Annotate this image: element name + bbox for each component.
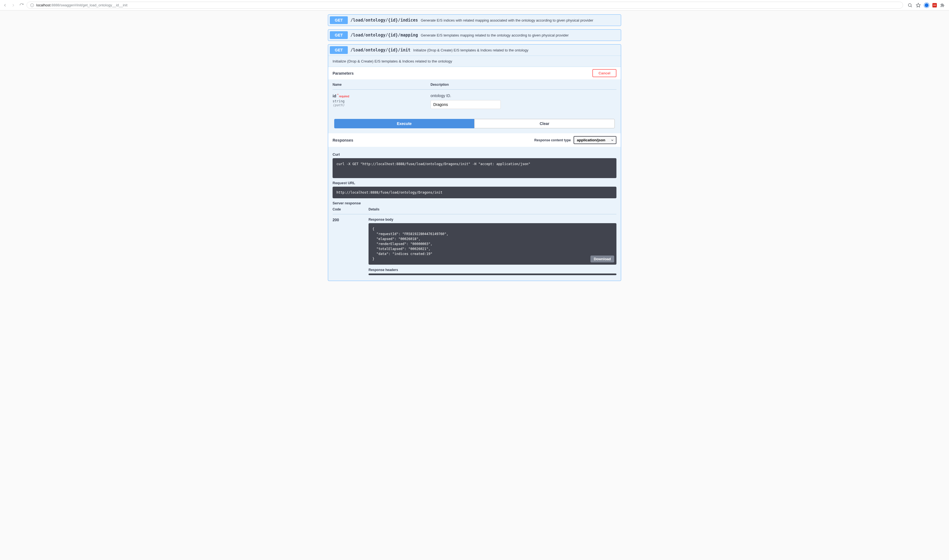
extension-icon-2[interactable]: ••• xyxy=(932,3,937,8)
method-badge: GET xyxy=(330,46,348,54)
endpoint-summary: Generate E/S indices with related mappin… xyxy=(421,18,593,22)
curl-block[interactable]: curl -X GET "http://localhost:8888/fuse/… xyxy=(333,158,616,178)
endpoint-path: /load/ontology/{id}/init xyxy=(351,48,411,52)
execute-button[interactable]: Execute xyxy=(334,119,474,128)
param-in: (path) xyxy=(333,103,430,107)
endpoint-summary: Generate E/S templates mapping related t… xyxy=(421,33,569,37)
star-icon[interactable] xyxy=(916,3,921,8)
svg-line-4 xyxy=(911,6,912,7)
response-code: 200 xyxy=(333,218,368,275)
cancel-button[interactable]: Cancel xyxy=(592,69,616,77)
response-headers-block xyxy=(368,274,616,275)
request-url-label: Request URL xyxy=(333,181,616,185)
parameters-title: Parameters xyxy=(333,71,354,75)
request-url-block[interactable]: http://localhost:8888/fuse/load/ontology… xyxy=(333,187,616,198)
endpoint-init: GET /load/ontology/{id}/init Initialize … xyxy=(328,44,621,281)
download-button[interactable]: Download xyxy=(590,255,614,262)
method-badge: GET xyxy=(330,16,348,24)
method-badge: GET xyxy=(330,31,348,39)
column-name: Name xyxy=(333,83,430,86)
response-row: 200 Response body { "requestId": "FR5819… xyxy=(333,218,616,275)
reload-icon[interactable] xyxy=(19,3,24,8)
svg-point-3 xyxy=(908,4,911,7)
search-icon[interactable] xyxy=(907,3,912,8)
url-text: localhost:8888/swagger#/init/get_load_on… xyxy=(36,3,128,7)
column-code: Code xyxy=(333,208,368,211)
endpoint-indices[interactable]: GET /load/ontology/{id}/indices Generate… xyxy=(328,14,621,26)
info-icon xyxy=(30,3,34,7)
column-details: Details xyxy=(368,208,616,211)
browser-toolbar: localhost:8888/swagger#/init/get_load_on… xyxy=(0,0,949,11)
endpoint-summary: Initialize (Drop & Create) E/S templates… xyxy=(413,48,528,52)
responses-title: Responses xyxy=(333,138,353,142)
svg-marker-5 xyxy=(917,3,921,7)
column-description: Description xyxy=(430,83,616,86)
url-bar[interactable]: localhost:8888/swagger#/init/get_load_on… xyxy=(26,2,903,9)
param-type: string xyxy=(333,99,430,103)
param-name: id xyxy=(333,94,336,98)
endpoint-path: /load/ontology/{id}/mapping xyxy=(351,32,418,38)
param-id-input[interactable] xyxy=(430,100,501,109)
extensions-icon[interactable] xyxy=(940,3,944,8)
curl-label: Curl xyxy=(333,152,616,157)
content-type-select[interactable]: application/json xyxy=(573,136,616,144)
operation-description: Initialize (Drop & Create) E/S templates… xyxy=(328,56,621,67)
content-type-label: Response content type xyxy=(534,138,571,142)
response-body-label: Response body xyxy=(368,218,616,222)
required-label: required xyxy=(339,95,349,98)
required-star: * xyxy=(337,94,338,97)
extension-icon-1[interactable] xyxy=(924,3,929,8)
clear-button[interactable]: Clear xyxy=(474,119,615,128)
server-response-label: Server response xyxy=(333,201,616,205)
endpoint-path: /load/ontology/{id}/indices xyxy=(351,18,418,23)
param-description: ontology ID. xyxy=(430,94,616,98)
back-icon[interactable] xyxy=(3,3,7,8)
response-body-block[interactable]: { "requestId": "FR581922804476149760", "… xyxy=(368,223,616,265)
response-headers-label: Response headers xyxy=(368,268,616,272)
forward-icon[interactable] xyxy=(11,3,15,8)
endpoint-init-header[interactable]: GET /load/ontology/{id}/init Initialize … xyxy=(328,45,621,55)
parameter-row: id*required string (path) ontology ID. xyxy=(333,94,616,109)
endpoint-mapping[interactable]: GET /load/ontology/{id}/mapping Generate… xyxy=(328,29,621,41)
